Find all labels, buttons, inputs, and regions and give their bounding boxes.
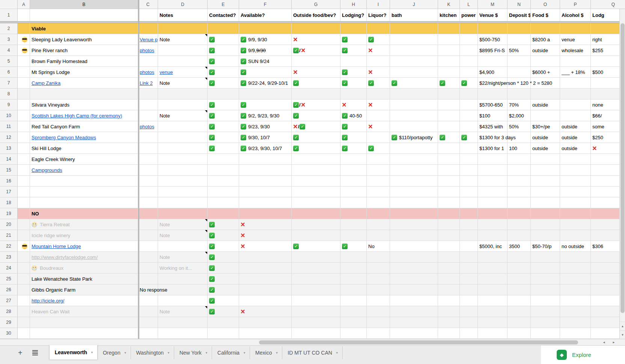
- column-header-O[interactable]: O: [531, 0, 560, 9]
- cell-E17[interactable]: [208, 187, 239, 197]
- cell-L10[interactable]: [460, 110, 478, 121]
- row-header-27[interactable]: 27: [0, 295, 18, 306]
- cell-E7[interactable]: ✓: [208, 78, 239, 89]
- cell-K20[interactable]: [438, 219, 460, 230]
- cell-O28[interactable]: [531, 306, 560, 317]
- cell-A26[interactable]: [18, 284, 30, 295]
- cell-H29[interactable]: [340, 317, 367, 328]
- sheet-tab-new-york[interactable]: New York▼: [174, 346, 212, 359]
- cell-H23[interactable]: [340, 252, 367, 263]
- cell-J30[interactable]: [390, 328, 438, 339]
- row-header-2[interactable]: 2: [0, 23, 18, 34]
- cell-D13[interactable]: [158, 143, 208, 154]
- row-header-20[interactable]: 20: [0, 219, 18, 230]
- cell-C1[interactable]: [138, 9, 158, 21]
- cell-C5[interactable]: [138, 56, 158, 67]
- column-header-M[interactable]: M: [478, 0, 508, 9]
- cell-D17[interactable]: [158, 187, 208, 197]
- cell-N27[interactable]: [508, 295, 531, 306]
- cell-I23[interactable]: [367, 252, 390, 263]
- row-header-12[interactable]: 12: [0, 132, 18, 143]
- column-header-I[interactable]: I: [367, 0, 390, 9]
- cell-O22[interactable]: $50-70/p: [531, 241, 560, 252]
- cell-G9[interactable]: ✓/×: [292, 99, 340, 110]
- cell-B16[interactable]: [30, 176, 138, 187]
- cell-D5[interactable]: [158, 56, 208, 67]
- cell-N4[interactable]: 50%: [508, 45, 531, 56]
- column-header-E[interactable]: E: [208, 0, 239, 9]
- row-header-8[interactable]: 8: [0, 89, 18, 99]
- column-header-Q[interactable]: Q: [591, 0, 625, 9]
- cell-A12[interactable]: [18, 132, 30, 143]
- cell-K3[interactable]: [438, 34, 460, 45]
- cell-A17[interactable]: [18, 187, 30, 197]
- cell-M10[interactable]: $100: [478, 110, 508, 121]
- row-header-7[interactable]: 7: [0, 78, 18, 89]
- cell-H19[interactable]: [340, 208, 367, 219]
- cell-I28[interactable]: [367, 306, 390, 317]
- cell-D29[interactable]: [158, 317, 208, 328]
- cell-B7[interactable]: Camp Zanika: [30, 78, 138, 89]
- cell-N23[interactable]: [508, 252, 531, 263]
- cell-G3[interactable]: ×: [292, 34, 340, 45]
- cell-E9[interactable]: ✓: [208, 99, 239, 110]
- cell-M1[interactable]: Venue $: [478, 9, 508, 21]
- cell-K26[interactable]: [438, 284, 460, 295]
- cell-E15[interactable]: [208, 165, 239, 176]
- cell-L16[interactable]: [460, 176, 478, 187]
- cell-D24[interactable]: Working on it...: [158, 263, 208, 274]
- cell-D20[interactable]: Note: [158, 219, 208, 230]
- cell-P30[interactable]: [560, 328, 591, 339]
- cell-J15[interactable]: [390, 165, 438, 176]
- row-header-6[interactable]: 6: [0, 67, 18, 78]
- cell-L9[interactable]: [460, 99, 478, 110]
- cell-P18[interactable]: [560, 197, 591, 208]
- cell-A6[interactable]: [18, 67, 30, 78]
- cell-I20[interactable]: [367, 219, 390, 230]
- cell-K16[interactable]: [438, 176, 460, 187]
- cell-B11[interactable]: Red Tail Canyon Farm: [30, 121, 138, 132]
- cell-B12[interactable]: Spromberg Canyon Meadows: [30, 132, 138, 143]
- cell-L2[interactable]: [460, 23, 478, 34]
- sheet-tab-california[interactable]: California▼: [212, 346, 250, 359]
- cell-P28[interactable]: [560, 306, 591, 317]
- cell-J18[interactable]: [390, 197, 438, 208]
- cell-K27[interactable]: [438, 295, 460, 306]
- cell-B26[interactable]: Gibbs Organic Farm: [30, 284, 138, 295]
- cell-D15[interactable]: [158, 165, 208, 176]
- cell-P3[interactable]: venue: [560, 34, 591, 45]
- cell-C12[interactable]: [138, 132, 158, 143]
- cell-I18[interactable]: [367, 197, 390, 208]
- cell-P27[interactable]: [560, 295, 591, 306]
- cell-F15[interactable]: [239, 165, 292, 176]
- column-header-A[interactable]: A: [18, 0, 30, 9]
- cell-M16[interactable]: [478, 176, 508, 187]
- cell-G8[interactable]: [292, 89, 340, 99]
- cell-P16[interactable]: [560, 176, 591, 187]
- cell-F6[interactable]: ✓: [239, 67, 292, 78]
- cell-B3[interactable]: Sleeping Lady Leavenworth: [30, 34, 138, 45]
- scroll-up-arrow-icon[interactable]: ▲: [620, 322, 625, 331]
- cell-L23[interactable]: [460, 252, 478, 263]
- cell-J9[interactable]: [390, 99, 438, 110]
- row-header-23[interactable]: 23: [0, 252, 18, 263]
- cell-E26[interactable]: ✓: [208, 284, 239, 295]
- chevron-down-icon[interactable]: ▼: [275, 351, 278, 355]
- cell-B1[interactable]: [30, 9, 138, 21]
- cell-O17[interactable]: [531, 187, 560, 197]
- cell-C19[interactable]: [138, 208, 158, 219]
- cell-O30[interactable]: [531, 328, 560, 339]
- cell-L1[interactable]: power: [460, 9, 478, 21]
- cell-J28[interactable]: [390, 306, 438, 317]
- cell-O16[interactable]: [531, 176, 560, 187]
- cell-G1[interactable]: Outside food/bev?: [292, 9, 340, 21]
- cell-H3[interactable]: ✓: [340, 34, 367, 45]
- cell-L21[interactable]: [460, 230, 478, 241]
- cell-N10[interactable]: $2,000: [508, 110, 531, 121]
- cell-E6[interactable]: ✓: [208, 67, 239, 78]
- cell-K15[interactable]: [438, 165, 460, 176]
- cell-I21[interactable]: [367, 230, 390, 241]
- cell-J25[interactable]: [390, 274, 438, 284]
- cell-F10[interactable]: ✓9/2, 9/23, 9/30: [239, 110, 292, 121]
- chevron-down-icon[interactable]: ▼: [336, 351, 339, 355]
